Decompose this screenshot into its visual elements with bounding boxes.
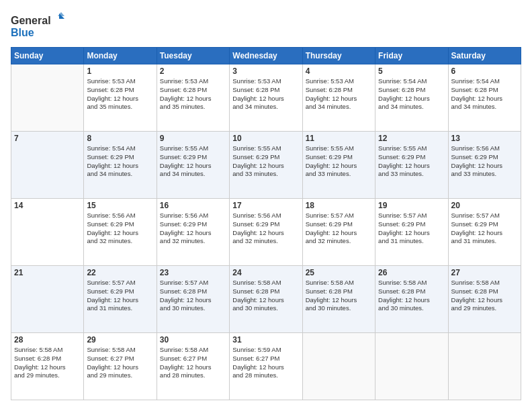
day-number: 11 bbox=[306, 134, 372, 143]
header-cell-wednesday: Wednesday bbox=[230, 48, 302, 64]
day-info: Sunrise: 5:53 AMSunset: 6:28 PMDaylight:… bbox=[160, 77, 226, 111]
calendar-cell: 22Sunrise: 5:57 AMSunset: 6:29 PMDayligh… bbox=[84, 266, 157, 333]
day-number: 17 bbox=[232, 201, 299, 210]
calendar-cell: 29Sunrise: 5:58 AMSunset: 6:27 PMDayligh… bbox=[84, 333, 157, 400]
day-info: Sunrise: 5:53 AMSunset: 6:28 PMDaylight:… bbox=[232, 77, 299, 111]
calendar-cell: 3Sunrise: 5:53 AMSunset: 6:28 PMDaylight… bbox=[230, 64, 302, 132]
day-number: 16 bbox=[160, 201, 226, 210]
day-info: Sunrise: 5:58 AMSunset: 6:28 PMDaylight:… bbox=[14, 346, 81, 380]
calendar-cell: 28Sunrise: 5:58 AMSunset: 6:28 PMDayligh… bbox=[11, 333, 84, 400]
day-info: Sunrise: 5:55 AMSunset: 6:29 PMDaylight:… bbox=[232, 144, 299, 179]
calendar-cell: 18Sunrise: 5:57 AMSunset: 6:29 PMDayligh… bbox=[302, 199, 375, 266]
day-number: 2 bbox=[160, 66, 226, 76]
calendar-week-row: 78Sunrise: 5:54 AMSunset: 6:29 PMDayligh… bbox=[11, 132, 521, 199]
day-info: Sunrise: 5:58 AMSunset: 6:28 PMDaylight:… bbox=[306, 279, 372, 313]
day-number: 30 bbox=[160, 335, 226, 345]
day-info: Sunrise: 5:58 AMSunset: 6:28 PMDaylight:… bbox=[232, 279, 299, 313]
day-info: Sunrise: 5:57 AMSunset: 6:29 PMDaylight:… bbox=[306, 212, 372, 246]
day-info: Sunrise: 5:56 AMSunset: 6:29 PMDaylight:… bbox=[232, 212, 299, 246]
calendar-cell: 5Sunrise: 5:54 AMSunset: 6:28 PMDaylight… bbox=[375, 64, 448, 132]
calendar-cell: 12Sunrise: 5:55 AMSunset: 6:29 PMDayligh… bbox=[375, 132, 448, 199]
header-cell-thursday: Thursday bbox=[302, 48, 375, 64]
day-number: 19 bbox=[378, 201, 445, 210]
day-number: 14 bbox=[14, 201, 81, 210]
logo: General Blue bbox=[11, 11, 64, 40]
day-info: Sunrise: 5:59 AMSunset: 6:27 PMDaylight:… bbox=[232, 346, 299, 380]
day-info: Sunrise: 5:58 AMSunset: 6:27 PMDaylight:… bbox=[160, 346, 226, 380]
calendar-cell: 17Sunrise: 5:56 AMSunset: 6:29 PMDayligh… bbox=[230, 199, 302, 266]
day-info: Sunrise: 5:57 AMSunset: 6:29 PMDaylight:… bbox=[451, 212, 518, 246]
day-info: Sunrise: 5:54 AMSunset: 6:28 PMDaylight:… bbox=[378, 77, 445, 111]
calendar-cell: 21 bbox=[11, 266, 84, 333]
calendar-cell bbox=[448, 333, 521, 400]
day-number: 22 bbox=[87, 268, 153, 277]
day-info: Sunrise: 5:57 AMSunset: 6:28 PMDaylight:… bbox=[160, 279, 226, 313]
page: General Blue SundayMondayTuesdayWednesda… bbox=[0, 0, 532, 411]
day-info: Sunrise: 5:55 AMSunset: 6:29 PMDaylight:… bbox=[378, 144, 445, 179]
calendar-week-row: 2122Sunrise: 5:57 AMSunset: 6:29 PMDayli… bbox=[11, 266, 521, 333]
day-number: 8 bbox=[87, 134, 153, 143]
calendar-cell: 16Sunrise: 5:56 AMSunset: 6:29 PMDayligh… bbox=[157, 199, 229, 266]
day-number: 27 bbox=[451, 268, 518, 277]
calendar-table: SundayMondayTuesdayWednesdayThursdayFrid… bbox=[11, 47, 521, 400]
day-number: 9 bbox=[160, 134, 226, 143]
svg-text:General: General bbox=[11, 15, 51, 26]
calendar-cell: 10Sunrise: 5:55 AMSunset: 6:29 PMDayligh… bbox=[230, 132, 302, 199]
calendar-cell bbox=[375, 333, 448, 400]
logo-svg: General Blue bbox=[11, 11, 64, 40]
calendar-cell: 15Sunrise: 5:56 AMSunset: 6:29 PMDayligh… bbox=[84, 199, 157, 266]
day-info: Sunrise: 5:55 AMSunset: 6:29 PMDaylight:… bbox=[306, 144, 372, 179]
day-number: 28 bbox=[14, 335, 81, 345]
calendar-cell: 11Sunrise: 5:55 AMSunset: 6:29 PMDayligh… bbox=[302, 132, 375, 199]
day-info: Sunrise: 5:53 AMSunset: 6:28 PMDaylight:… bbox=[306, 77, 372, 111]
day-info: Sunrise: 5:54 AMSunset: 6:28 PMDaylight:… bbox=[451, 77, 518, 111]
day-info: Sunrise: 5:57 AMSunset: 6:29 PMDaylight:… bbox=[87, 279, 153, 313]
calendar-cell: 13Sunrise: 5:56 AMSunset: 6:29 PMDayligh… bbox=[448, 132, 521, 199]
calendar-cell: 27Sunrise: 5:58 AMSunset: 6:28 PMDayligh… bbox=[448, 266, 521, 333]
day-number: 12 bbox=[378, 134, 445, 143]
calendar-cell: 14 bbox=[11, 199, 84, 266]
day-number: 7 bbox=[14, 134, 81, 143]
calendar-cell: 6Sunrise: 5:54 AMSunset: 6:28 PMDaylight… bbox=[448, 64, 521, 132]
header-cell-saturday: Saturday bbox=[448, 48, 521, 64]
day-number: 15 bbox=[87, 201, 153, 210]
calendar-cell: 26Sunrise: 5:58 AMSunset: 6:28 PMDayligh… bbox=[375, 266, 448, 333]
day-number: 6 bbox=[451, 66, 518, 76]
calendar-week-row: 28Sunrise: 5:58 AMSunset: 6:28 PMDayligh… bbox=[11, 333, 521, 400]
header-cell-monday: Monday bbox=[84, 48, 157, 64]
calendar-cell: 20Sunrise: 5:57 AMSunset: 6:29 PMDayligh… bbox=[448, 199, 521, 266]
day-number: 18 bbox=[306, 201, 372, 210]
day-number: 23 bbox=[160, 268, 226, 277]
calendar-cell bbox=[11, 64, 84, 132]
calendar-cell: 9Sunrise: 5:55 AMSunset: 6:29 PMDaylight… bbox=[157, 132, 229, 199]
day-number: 29 bbox=[87, 335, 153, 345]
day-info: Sunrise: 5:54 AMSunset: 6:29 PMDaylight:… bbox=[87, 144, 153, 179]
svg-text:Blue: Blue bbox=[11, 27, 34, 38]
day-number: 25 bbox=[306, 268, 372, 277]
day-info: Sunrise: 5:56 AMSunset: 6:29 PMDaylight:… bbox=[87, 212, 153, 246]
calendar-cell: 2Sunrise: 5:53 AMSunset: 6:28 PMDaylight… bbox=[157, 64, 229, 132]
calendar-cell bbox=[302, 333, 375, 400]
calendar-week-row: 1Sunrise: 5:53 AMSunset: 6:28 PMDaylight… bbox=[11, 64, 521, 132]
calendar-header-row: SundayMondayTuesdayWednesdayThursdayFrid… bbox=[11, 48, 521, 64]
day-info: Sunrise: 5:57 AMSunset: 6:29 PMDaylight:… bbox=[378, 212, 445, 246]
header: General Blue bbox=[11, 11, 521, 40]
day-number: 1 bbox=[87, 66, 153, 76]
day-number: 20 bbox=[451, 201, 518, 210]
header-cell-sunday: Sunday bbox=[11, 48, 84, 64]
day-number: 24 bbox=[232, 268, 299, 277]
svg-marker-3 bbox=[58, 12, 64, 16]
header-cell-friday: Friday bbox=[375, 48, 448, 64]
calendar-cell: 8Sunrise: 5:54 AMSunset: 6:29 PMDaylight… bbox=[84, 132, 157, 199]
day-info: Sunrise: 5:58 AMSunset: 6:28 PMDaylight:… bbox=[378, 279, 445, 313]
day-number: 21 bbox=[14, 268, 81, 277]
header-cell-tuesday: Tuesday bbox=[157, 48, 229, 64]
day-info: Sunrise: 5:58 AMSunset: 6:27 PMDaylight:… bbox=[87, 346, 153, 380]
day-info: Sunrise: 5:55 AMSunset: 6:29 PMDaylight:… bbox=[160, 144, 226, 179]
calendar-cell: 25Sunrise: 5:58 AMSunset: 6:28 PMDayligh… bbox=[302, 266, 375, 333]
day-number: 5 bbox=[378, 66, 445, 76]
day-number: 26 bbox=[378, 268, 445, 277]
day-info: Sunrise: 5:53 AMSunset: 6:28 PMDaylight:… bbox=[87, 77, 153, 111]
calendar-cell: 24Sunrise: 5:58 AMSunset: 6:28 PMDayligh… bbox=[230, 266, 302, 333]
calendar-cell: 30Sunrise: 5:58 AMSunset: 6:27 PMDayligh… bbox=[157, 333, 229, 400]
